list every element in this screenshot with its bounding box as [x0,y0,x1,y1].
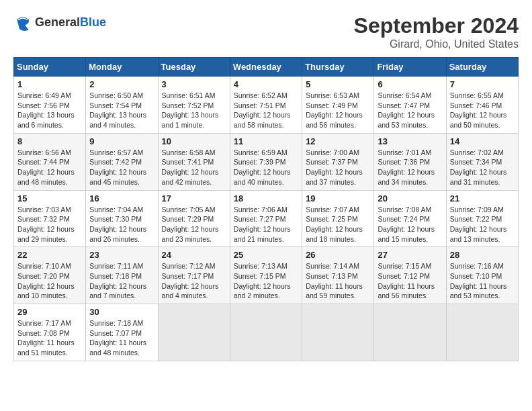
day-detail: Sunrise: 7:12 AMSunset: 7:17 PMDaylight:… [162,261,226,301]
calendar-cell: 10Sunrise: 6:58 AMSunset: 7:41 PMDayligh… [158,133,230,190]
day-detail: Sunrise: 6:56 AMSunset: 7:44 PMDaylight:… [17,148,82,187]
calendar-cell [158,304,230,361]
weekday-header-thursday: Thursday [302,58,374,77]
day-number: 1 [17,79,82,89]
weekday-header-monday: Monday [86,58,158,77]
day-number: 2 [89,79,154,89]
calendar-cell: 3Sunrise: 6:51 AMSunset: 7:52 PMDaylight… [158,77,230,134]
calendar-cell: 27Sunrise: 7:15 AMSunset: 7:12 PMDayligh… [374,247,446,304]
calendar-cell: 19Sunrise: 7:07 AMSunset: 7:25 PMDayligh… [302,190,374,247]
calendar-table: SundayMondayTuesdayWednesdayThursdayFrid… [13,57,519,361]
logo-text: GeneralBlue [35,16,106,30]
calendar-cell [374,304,446,361]
day-detail: Sunrise: 7:05 AMSunset: 7:29 PMDaylight:… [162,205,226,244]
page-header: GeneralBlue September 2024 Girard, Ohio,… [13,13,519,50]
calendar-week-row: 29Sunrise: 7:17 AMSunset: 7:08 PMDayligh… [14,304,519,361]
page-title: September 2024 [354,13,519,38]
calendar-cell: 5Sunrise: 6:53 AMSunset: 7:49 PMDaylight… [302,77,374,134]
day-number: 10 [162,136,226,146]
calendar-cell: 8Sunrise: 6:56 AMSunset: 7:44 PMDaylight… [14,133,86,190]
calendar-cell [230,304,302,361]
calendar-cell: 13Sunrise: 7:01 AMSunset: 7:36 PMDayligh… [374,133,446,190]
day-detail: Sunrise: 7:07 AMSunset: 7:25 PMDaylight:… [306,205,370,244]
day-number: 29 [17,307,82,317]
calendar-week-row: 22Sunrise: 7:10 AMSunset: 7:20 PMDayligh… [14,247,519,304]
day-number: 28 [450,250,515,260]
day-number: 26 [306,250,370,260]
day-number: 3 [162,79,226,89]
day-detail: Sunrise: 7:14 AMSunset: 7:13 PMDaylight:… [306,261,370,301]
calendar-cell: 11Sunrise: 6:59 AMSunset: 7:39 PMDayligh… [230,133,302,190]
calendar-week-row: 8Sunrise: 6:56 AMSunset: 7:44 PMDaylight… [14,133,519,190]
day-number: 22 [17,250,82,260]
day-number: 14 [450,136,515,146]
day-detail: Sunrise: 6:57 AMSunset: 7:42 PMDaylight:… [89,148,154,187]
day-detail: Sunrise: 6:53 AMSunset: 7:49 PMDaylight:… [306,91,370,130]
day-number: 15 [17,193,82,203]
logo: GeneralBlue [13,13,106,32]
day-detail: Sunrise: 6:50 AMSunset: 7:54 PMDaylight:… [89,91,154,130]
day-number: 27 [378,250,442,260]
day-number: 17 [162,193,226,203]
calendar-cell: 15Sunrise: 7:03 AMSunset: 7:32 PMDayligh… [14,190,86,247]
calendar-cell: 14Sunrise: 7:02 AMSunset: 7:34 PMDayligh… [446,133,518,190]
day-detail: Sunrise: 6:58 AMSunset: 7:41 PMDaylight:… [162,148,226,187]
day-number: 4 [234,79,298,89]
calendar-cell: 1Sunrise: 6:49 AMSunset: 7:56 PMDaylight… [14,77,86,134]
day-detail: Sunrise: 7:02 AMSunset: 7:34 PMDaylight:… [450,148,515,187]
calendar-body: 1Sunrise: 6:49 AMSunset: 7:56 PMDaylight… [14,77,519,361]
day-number: 12 [306,136,370,146]
calendar-cell [302,304,374,361]
calendar-cell: 26Sunrise: 7:14 AMSunset: 7:13 PMDayligh… [302,247,374,304]
day-detail: Sunrise: 6:52 AMSunset: 7:51 PMDaylight:… [234,91,298,130]
day-detail: Sunrise: 7:18 AMSunset: 7:07 PMDaylight:… [89,318,154,358]
calendar-cell: 24Sunrise: 7:12 AMSunset: 7:17 PMDayligh… [158,247,230,304]
day-detail: Sunrise: 6:59 AMSunset: 7:39 PMDaylight:… [234,148,298,187]
day-number: 23 [89,250,154,260]
day-number: 18 [234,193,298,203]
day-number: 20 [378,193,442,203]
calendar-cell: 29Sunrise: 7:17 AMSunset: 7:08 PMDayligh… [14,304,86,361]
calendar-cell: 17Sunrise: 7:05 AMSunset: 7:29 PMDayligh… [158,190,230,247]
day-detail: Sunrise: 6:54 AMSunset: 7:47 PMDaylight:… [378,91,442,130]
calendar-cell: 25Sunrise: 7:13 AMSunset: 7:15 PMDayligh… [230,247,302,304]
calendar-header-row: SundayMondayTuesdayWednesdayThursdayFrid… [14,58,519,77]
day-number: 9 [89,136,154,146]
day-number: 5 [306,79,370,89]
day-number: 16 [89,193,154,203]
calendar-cell: 12Sunrise: 7:00 AMSunset: 7:37 PMDayligh… [302,133,374,190]
calendar-cell: 20Sunrise: 7:08 AMSunset: 7:24 PMDayligh… [374,190,446,247]
day-detail: Sunrise: 7:11 AMSunset: 7:18 PMDaylight:… [89,261,154,301]
logo-general-text: General [35,15,80,29]
day-number: 11 [234,136,298,146]
calendar-cell: 2Sunrise: 6:50 AMSunset: 7:54 PMDaylight… [86,77,158,134]
day-detail: Sunrise: 7:17 AMSunset: 7:08 PMDaylight:… [17,318,82,358]
calendar-cell: 22Sunrise: 7:10 AMSunset: 7:20 PMDayligh… [14,247,86,304]
day-detail: Sunrise: 7:00 AMSunset: 7:37 PMDaylight:… [306,148,370,187]
calendar-cell: 16Sunrise: 7:04 AMSunset: 7:30 PMDayligh… [86,190,158,247]
title-area: September 2024 Girard, Ohio, United Stat… [354,13,519,50]
day-detail: Sunrise: 7:01 AMSunset: 7:36 PMDaylight:… [378,148,442,187]
day-detail: Sunrise: 7:15 AMSunset: 7:12 PMDaylight:… [378,261,442,301]
calendar-cell: 28Sunrise: 7:16 AMSunset: 7:10 PMDayligh… [446,247,518,304]
calendar-cell [446,304,518,361]
day-number: 30 [89,307,154,317]
day-detail: Sunrise: 6:49 AMSunset: 7:56 PMDaylight:… [17,91,82,130]
logo-icon [13,13,32,32]
day-detail: Sunrise: 7:04 AMSunset: 7:30 PMDaylight:… [89,205,154,244]
calendar-cell: 7Sunrise: 6:55 AMSunset: 7:46 PMDaylight… [446,77,518,134]
day-detail: Sunrise: 7:03 AMSunset: 7:32 PMDaylight:… [17,205,82,244]
day-number: 6 [378,79,442,89]
day-detail: Sunrise: 6:51 AMSunset: 7:52 PMDaylight:… [162,91,226,130]
day-detail: Sunrise: 7:08 AMSunset: 7:24 PMDaylight:… [378,205,442,244]
day-number: 25 [234,250,298,260]
calendar-week-row: 1Sunrise: 6:49 AMSunset: 7:56 PMDaylight… [14,77,519,134]
day-number: 24 [162,250,226,260]
calendar-cell: 21Sunrise: 7:09 AMSunset: 7:22 PMDayligh… [446,190,518,247]
weekday-header-tuesday: Tuesday [158,58,230,77]
day-detail: Sunrise: 7:09 AMSunset: 7:22 PMDaylight:… [450,205,515,244]
weekday-header-friday: Friday [374,58,446,77]
weekday-header-saturday: Saturday [446,58,518,77]
day-detail: Sunrise: 7:13 AMSunset: 7:15 PMDaylight:… [234,261,298,301]
day-number: 21 [450,193,515,203]
